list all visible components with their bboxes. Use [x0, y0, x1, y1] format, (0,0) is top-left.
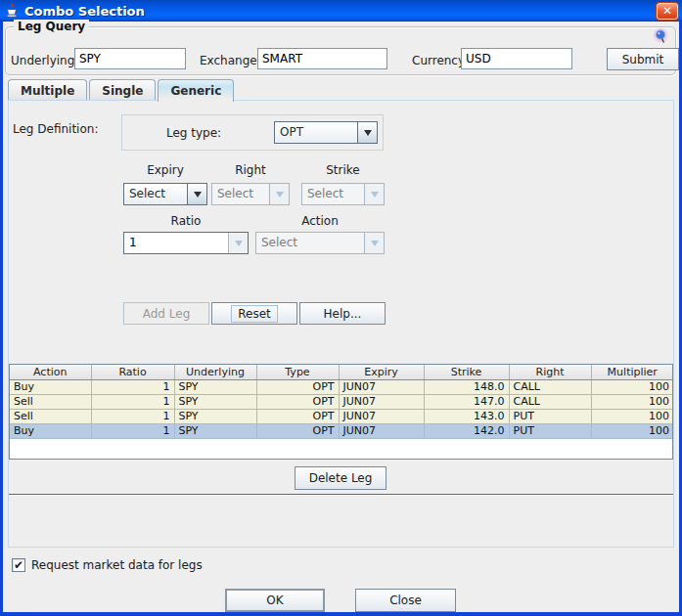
- right-label: Right: [211, 163, 290, 177]
- table-cell[interactable]: 1: [91, 394, 174, 409]
- table-cell[interactable]: SPY: [174, 423, 256, 438]
- leg-query-title: Leg Query: [14, 20, 89, 33]
- leg-type-combo[interactable]: OPT: [274, 121, 378, 144]
- table-cell[interactable]: Buy: [10, 379, 91, 394]
- table-cell[interactable]: OPT: [256, 423, 339, 438]
- table-row[interactable]: Sell1SPYOPTJUN07143.0PUT100: [10, 409, 673, 423]
- table-cell[interactable]: 1: [91, 409, 174, 423]
- table-cell[interactable]: 1: [91, 379, 174, 394]
- table-cell[interactable]: 100: [591, 379, 673, 394]
- help-button[interactable]: Help...: [299, 302, 386, 325]
- window-title: Combo Selection: [24, 4, 145, 19]
- check-icon: ✔: [14, 558, 23, 572]
- tab-single[interactable]: Single: [89, 79, 156, 101]
- table-cell[interactable]: 1: [91, 423, 174, 438]
- titlebar[interactable]: Combo Selection ✕: [0, 0, 682, 22]
- table-cell[interactable]: PUT: [509, 423, 591, 438]
- strike-combo[interactable]: Select: [301, 183, 385, 205]
- delete-leg-button[interactable]: Delete Leg: [295, 466, 386, 490]
- table-cell[interactable]: OPT: [256, 394, 339, 409]
- table-cell[interactable]: Sell: [10, 409, 91, 423]
- pin-icon[interactable]: [652, 27, 669, 49]
- expiry-combo[interactable]: Select: [123, 183, 207, 205]
- ratio-label: Ratio: [123, 214, 249, 228]
- column-header[interactable]: Action: [10, 365, 91, 379]
- currency-field[interactable]: [461, 48, 572, 69]
- submit-button[interactable]: Submit: [607, 48, 679, 70]
- column-header[interactable]: Strike: [424, 365, 509, 379]
- exchange-field[interactable]: [257, 48, 387, 69]
- chevron-down-icon[interactable]: [187, 184, 206, 204]
- table-cell[interactable]: SPY: [174, 409, 256, 423]
- request-market-data-label: Request market data for legs: [31, 558, 203, 572]
- underlying-label: Underlying:: [11, 54, 78, 67]
- table-cell[interactable]: 143.0: [424, 409, 509, 423]
- underlying-field[interactable]: [74, 48, 186, 69]
- table-cell[interactable]: 142.0: [424, 423, 509, 438]
- java-icon: [4, 3, 20, 19]
- table-cell[interactable]: OPT: [256, 409, 339, 423]
- close-button[interactable]: Close: [355, 589, 456, 612]
- table-row[interactable]: Buy1SPYOPTJUN07142.0PUT100: [10, 423, 673, 438]
- table-cell[interactable]: 100: [591, 409, 673, 423]
- table-cell[interactable]: CALL: [509, 379, 591, 394]
- column-header[interactable]: Multiplier: [591, 365, 673, 379]
- tab-generic[interactable]: Generic: [158, 79, 234, 102]
- reset-button[interactable]: Reset: [211, 302, 297, 325]
- window-border-left: [0, 22, 3, 616]
- table-row[interactable]: Sell1SPYOPTJUN07147.0CALL100: [10, 394, 673, 409]
- chevron-down-icon[interactable]: [228, 233, 248, 253]
- table-cell[interactable]: JUN07: [339, 409, 424, 423]
- leg-type-panel: Leg type: OPT: [121, 114, 384, 151]
- leg-type-label: Leg type:: [166, 126, 221, 140]
- exchange-label: Exchange:: [200, 54, 261, 67]
- tab-bar: Multiple Single Generic: [8, 78, 234, 101]
- legs-table: ActionRatioUnderlyingTypeExpiryStrikeRig…: [10, 365, 673, 439]
- strike-label: Strike: [301, 163, 385, 177]
- separator-line: [9, 494, 673, 496]
- ok-button[interactable]: OK: [225, 589, 325, 612]
- action-label: Action: [255, 214, 385, 228]
- table-row[interactable]: Buy1SPYOPTJUN07148.0CALL100: [10, 379, 673, 394]
- table-cell[interactable]: Buy: [10, 423, 91, 438]
- table-cell[interactable]: JUN07: [339, 423, 424, 438]
- chevron-down-icon: [364, 233, 384, 253]
- column-header[interactable]: Underlying: [174, 365, 256, 379]
- close-icon[interactable]: ✕: [657, 3, 678, 20]
- table-cell[interactable]: PUT: [509, 409, 591, 423]
- combo-selection-window: Combo Selection ✕ Leg Query Underlying: …: [0, 0, 682, 616]
- table-cell[interactable]: Sell: [10, 394, 91, 409]
- expiry-label: Expiry: [123, 163, 207, 177]
- right-combo[interactable]: Select: [211, 183, 290, 205]
- table-cell[interactable]: CALL: [509, 394, 591, 409]
- chevron-down-icon: [269, 184, 289, 204]
- chevron-down-icon: [364, 184, 384, 204]
- table-cell[interactable]: 100: [591, 423, 673, 438]
- table-cell[interactable]: 147.0: [424, 394, 509, 409]
- table-cell[interactable]: OPT: [256, 379, 339, 394]
- column-header[interactable]: Right: [509, 365, 591, 379]
- table-cell[interactable]: SPY: [174, 379, 256, 394]
- leg-definition-label: Leg Definition:: [13, 122, 98, 136]
- table-cell[interactable]: 100: [591, 394, 673, 409]
- leg-query-group: Leg Query Underlying: Exchange: Currency…: [5, 26, 676, 75]
- table-cell[interactable]: 148.0: [424, 379, 509, 394]
- request-market-data-checkbox[interactable]: ✔: [12, 558, 25, 572]
- tab-multiple[interactable]: Multiple: [8, 79, 87, 101]
- table-cell[interactable]: JUN07: [339, 394, 424, 409]
- column-header[interactable]: Type: [256, 365, 339, 379]
- window-border-bottom: [0, 612, 682, 616]
- action-combo[interactable]: Select: [255, 232, 385, 254]
- generic-tab-panel: Leg Definition: Leg type: OPT Expiry Rig…: [8, 100, 674, 548]
- table-cell[interactable]: JUN07: [339, 379, 424, 394]
- currency-label: Currency:: [412, 54, 468, 67]
- column-header[interactable]: Expiry: [339, 365, 424, 379]
- legs-table-scrollpane: ActionRatioUnderlyingTypeExpiryStrikeRig…: [9, 364, 673, 460]
- ratio-combo[interactable]: 1: [123, 232, 249, 254]
- add-leg-button[interactable]: Add Leg: [123, 302, 209, 325]
- column-header[interactable]: Ratio: [91, 365, 174, 379]
- table-cell[interactable]: SPY: [174, 394, 256, 409]
- chevron-down-icon[interactable]: [357, 122, 377, 143]
